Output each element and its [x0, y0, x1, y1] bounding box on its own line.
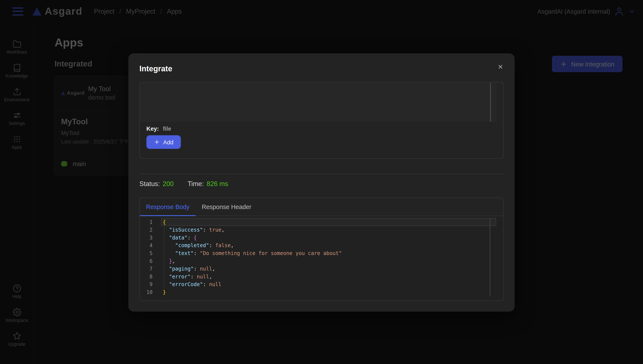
- line-number: 1: [140, 218, 156, 226]
- code-line: 8 "error": null,: [140, 273, 503, 280]
- status-row: Status:200 Time:826 ms: [140, 180, 504, 188]
- code-text: "error": null,: [163, 273, 212, 280]
- time-item: Time:826 ms: [188, 180, 228, 188]
- line-number: 7: [140, 265, 156, 273]
- modal-title: Integrate: [140, 64, 504, 73]
- line-number: 4: [140, 242, 156, 249]
- line-number: 8: [140, 273, 156, 280]
- scrollbar-thumb[interactable]: [490, 83, 491, 122]
- code-text: "completed": false,: [163, 242, 234, 249]
- add-button[interactable]: Add: [146, 136, 181, 149]
- time-value: 826 ms: [207, 180, 228, 187]
- close-icon[interactable]: ✕: [496, 62, 505, 72]
- response-code-editor[interactable]: 1{2 "isSuccess": true,3 "data": {4 "comp…: [140, 216, 503, 300]
- code-text: }: [163, 288, 166, 296]
- modal-divider: [140, 174, 504, 174]
- status-item: Status:200: [140, 180, 174, 188]
- plus-icon: [154, 139, 160, 145]
- tab-response-body[interactable]: Response Body: [140, 198, 196, 216]
- line-number: 6: [140, 257, 156, 265]
- code-line: 1{: [140, 218, 503, 226]
- response-tabs: Response Body Response Header: [140, 198, 503, 216]
- key-row: Key: file: [146, 126, 171, 132]
- line-number: 9: [140, 280, 156, 288]
- code-text: "errorCode": null: [163, 280, 222, 288]
- code-text: {: [163, 218, 166, 226]
- code-line: 10}: [140, 288, 503, 296]
- add-button-label: Add: [163, 139, 174, 146]
- code-text: "isSuccess": true,: [163, 226, 224, 234]
- code-line: 7 "paging": null,: [140, 265, 503, 273]
- response-box: Response Body Response Header 1{2 "isSuc…: [140, 198, 504, 301]
- form-scroll-area[interactable]: [140, 83, 497, 122]
- code-line: 3 "data": {: [140, 234, 503, 242]
- code-text: "paging": null,: [163, 265, 215, 273]
- code-line: 4 "completed": false,: [140, 242, 503, 249]
- integrate-modal: Integrate ✕ Key: file Add Status:200: [128, 53, 514, 312]
- line-number: 2: [140, 226, 156, 234]
- status-value: 200: [163, 180, 174, 187]
- code-line: 2 "isSuccess": true,: [140, 226, 503, 234]
- status-label: Status:: [140, 180, 160, 187]
- code-text: "data": {: [163, 234, 197, 242]
- key-label: Key:: [146, 126, 159, 132]
- code-line: 5 "text": "Do something nice for someone…: [140, 249, 503, 257]
- code-line: 6 },: [140, 257, 503, 265]
- line-number: 3: [140, 234, 156, 242]
- integration-form-box: Key: file Add: [140, 82, 504, 158]
- time-label: Time:: [188, 180, 204, 187]
- line-number: 5: [140, 249, 156, 257]
- code-line: 9 "errorCode": null: [140, 280, 503, 288]
- code-text: },: [163, 257, 175, 265]
- tab-response-header[interactable]: Response Header: [196, 198, 258, 216]
- line-number: 10: [140, 288, 156, 296]
- code-lines: 1{2 "isSuccess": true,3 "data": {4 "comp…: [140, 218, 503, 296]
- key-value: file: [163, 126, 171, 132]
- app-root: Asgard Project / MyProject / Apps Asgard…: [0, 0, 643, 364]
- code-text: "text": "Do something nice for someone y…: [163, 249, 342, 257]
